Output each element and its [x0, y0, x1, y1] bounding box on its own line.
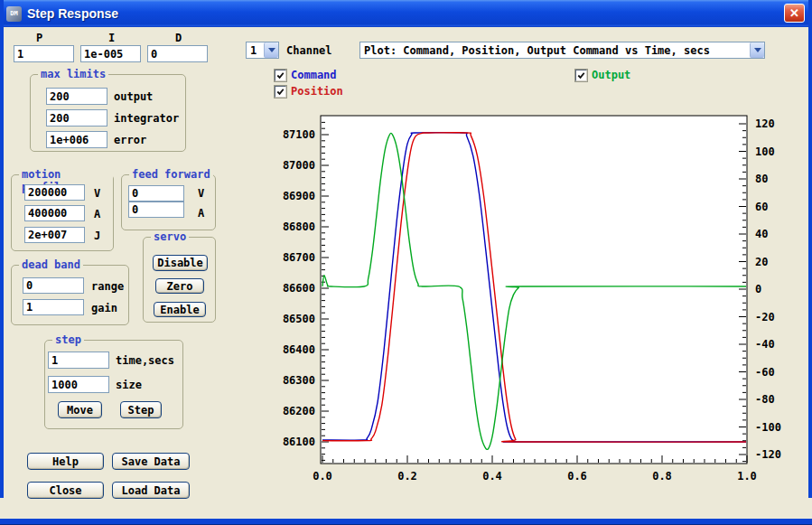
output-checkbox[interactable]: [575, 70, 587, 81]
max-error-label: error: [114, 134, 146, 146]
channel-select[interactable]: 1: [246, 42, 279, 59]
right-axis-tick-label: 60: [755, 201, 768, 213]
right-axis-tick-label: -120: [755, 448, 781, 461]
d-field[interactable]: [147, 45, 208, 62]
step-size-field[interactable]: [48, 376, 109, 393]
max-output-field[interactable]: [46, 88, 107, 105]
channel-label: Channel: [286, 44, 332, 57]
enable-button[interactable]: Enable: [154, 302, 206, 317]
right-axis-tick-label: -40: [755, 338, 775, 351]
motion-profile-group: motion profile V A J: [11, 174, 114, 251]
right-axis-tick-label: 80: [755, 173, 768, 185]
left-axis-tick-label: 87000: [283, 159, 315, 172]
p-label: P: [36, 32, 42, 44]
close-window-button[interactable]: ✕: [784, 4, 805, 23]
x-axis-tick-label: 0.0: [313, 470, 332, 483]
p-field[interactable]: [14, 45, 74, 62]
feed-forward-group: feed forward V A: [121, 174, 216, 230]
step-response-chart: 8710087000869008680086700866008650086400…: [271, 108, 799, 492]
servo-group: servo Disable Zero Enable: [143, 237, 216, 323]
ff-acceleration-label: A: [198, 207, 204, 220]
command-checkbox[interactable]: [275, 70, 286, 81]
window-border-bottom: [0, 519, 812, 525]
position-checkbox[interactable]: [275, 86, 286, 98]
save-data-button[interactable]: Save Data: [112, 453, 190, 470]
help-button[interactable]: Help: [27, 453, 104, 470]
right-axis-tick-label: -100: [755, 421, 781, 434]
max-integrator-label: integrator: [114, 112, 179, 125]
i-field[interactable]: [80, 45, 141, 62]
plot-select-value: Plot: Command, Position, Output Command …: [360, 44, 750, 57]
step-response-window: DM Step Response ✕ P I D 1 Channel Plot:…: [0, 0, 812, 525]
max-limits-group: max limits output integrator error: [30, 74, 186, 152]
output-checkbox-label: Output: [592, 69, 630, 81]
gain-field[interactable]: [23, 299, 84, 315]
step-button[interactable]: Step: [120, 401, 162, 418]
zero-button[interactable]: Zero: [155, 278, 204, 294]
chevron-down-icon[interactable]: [264, 42, 278, 58]
ff-velocity-field[interactable]: [128, 185, 184, 202]
ff-acceleration-field[interactable]: [128, 202, 184, 218]
x-axis-tick-label: 0.8: [652, 470, 672, 483]
right-axis-tick-label: -60: [755, 366, 775, 379]
check-icon: [275, 70, 285, 80]
acceleration-field[interactable]: [24, 205, 85, 221]
disable-button[interactable]: Disable: [153, 255, 208, 271]
right-axis-tick-label: 0: [755, 283, 761, 295]
left-axis-tick-label: 86400: [283, 343, 315, 356]
close-icon: ✕: [789, 6, 799, 20]
dead-band-group: dead band range gain: [11, 265, 129, 325]
x-axis-tick-label: 1.0: [737, 470, 757, 483]
right-axis-tick-label: 100: [755, 145, 775, 158]
step-time-label: time,secs: [116, 354, 174, 367]
jerk-label: J: [94, 230, 100, 242]
left-axis-tick-label: 87100: [283, 128, 315, 141]
command-checkbox-label: Command: [291, 69, 337, 81]
range-label: range: [91, 280, 124, 293]
velocity-field[interactable]: [24, 184, 85, 201]
plot-select[interactable]: Plot: Command, Position, Output Command …: [359, 42, 765, 59]
plot-canvas: 8710087000869008680086700866008650086400…: [271, 108, 799, 492]
step-title: step: [52, 333, 84, 346]
right-axis-tick-label: -20: [755, 311, 775, 323]
acceleration-label: A: [94, 208, 100, 220]
check-icon: [275, 87, 285, 97]
max-error-field[interactable]: [46, 131, 107, 148]
plot-area: [321, 116, 747, 464]
window-title: Step Response: [27, 6, 118, 21]
chevron-down-icon[interactable]: [750, 42, 764, 58]
left-axis-tick-label: 86500: [283, 313, 315, 325]
window-border-left: [0, 0, 4, 498]
step-time-field[interactable]: [48, 352, 109, 369]
load-data-button[interactable]: Load Data: [112, 482, 190, 499]
range-field[interactable]: [23, 277, 84, 294]
step-size-label: size: [116, 379, 142, 391]
servo-title: servo: [151, 230, 189, 243]
channel-value: 1: [247, 44, 264, 57]
right-axis-tick-label: 40: [755, 228, 768, 240]
left-axis-tick-label: 86300: [283, 374, 315, 387]
jerk-field[interactable]: [24, 227, 85, 243]
window-border-right: [808, 0, 812, 498]
gain-label: gain: [91, 302, 117, 314]
x-axis-tick-label: 0.6: [567, 470, 587, 483]
close-button[interactable]: Close: [27, 482, 104, 499]
x-axis-tick-label: 0.4: [482, 470, 502, 483]
feed-forward-title: feed forward: [129, 168, 213, 181]
dead-band-title: dead band: [19, 258, 83, 271]
d-label: D: [175, 32, 182, 44]
max-limits-title: max limits: [38, 68, 108, 80]
position-checkbox-label: Position: [291, 85, 343, 98]
right-axis-tick-label: 20: [755, 256, 768, 268]
left-axis-tick-label: 86100: [283, 436, 315, 448]
move-button[interactable]: Move: [58, 401, 102, 418]
title-bar[interactable]: DM Step Response ✕: [0, 0, 812, 27]
right-axis-tick-label: -80: [755, 393, 775, 406]
i-label: I: [108, 32, 115, 44]
app-icon: DM: [6, 6, 22, 22]
max-integrator-field[interactable]: [46, 109, 107, 127]
left-axis-tick-label: 86200: [283, 405, 315, 417]
left-axis-tick-label: 86600: [283, 282, 315, 295]
step-group: step time,secs size Move Step: [44, 340, 183, 429]
check-icon: [576, 70, 586, 80]
